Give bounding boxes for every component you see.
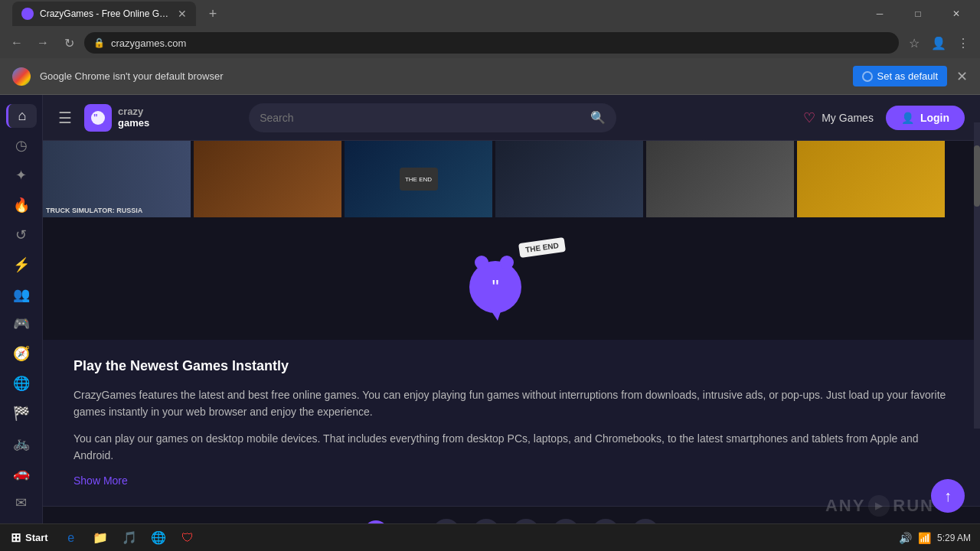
notification-bar: Google Chrome isn't your default browser…: [0, 58, 980, 95]
toolbar-actions: ☆ 👤 ⋮: [903, 32, 974, 54]
mascot-tail: [488, 307, 502, 321]
menu-icon[interactable]: ⋮: [952, 32, 974, 54]
search-icon: 🔍: [590, 110, 606, 125]
sidebar-item-mail[interactable]: ✉: [6, 491, 37, 514]
taskbar-folder-icon[interactable]: 📁: [87, 526, 114, 550]
game-thumb-2[interactable]: [194, 141, 341, 217]
mascot-ear-left: [475, 256, 488, 269]
refresh-button[interactable]: ↻: [58, 32, 80, 54]
browser-toolbar: ← → ↻ 🔒 crazygames.com ☆ 👤 ⋮: [0, 28, 980, 58]
games-row: TRUCK SIMULATOR: RUSSIA THE END: [43, 141, 980, 217]
my-games-button[interactable]: ♡ My Games: [803, 109, 874, 126]
sidebar-item-bike[interactable]: 🚲: [6, 431, 37, 455]
header-right: ♡ My Games 👤 Login: [803, 106, 965, 130]
main-content: ☰ " crazy games 🔍 ♡: [43, 95, 980, 523]
sidebar-item-random[interactable]: ⚡: [6, 253, 37, 276]
taskbar-chrome-icon[interactable]: 🌐: [145, 526, 172, 550]
watermark-text-run: RUN: [893, 496, 934, 516]
notification-text: Google Chrome isn't your default browser: [40, 70, 844, 82]
user-icon: 👤: [901, 112, 914, 124]
new-tab-button[interactable]: +: [202, 3, 224, 24]
mascot-quote-icon: ": [492, 276, 498, 299]
site-logo[interactable]: " crazy games: [84, 104, 149, 132]
sidebar: ⌂ ◷ ✦ 🔥 ↺ ⚡ 👥 🎮 🧭 🌐 🏁 🚲 🚗 ✉: [0, 95, 43, 523]
back-to-top-button[interactable]: ↑: [931, 479, 965, 513]
mascot-body: ": [469, 261, 521, 313]
address-bar[interactable]: 🔒 crazygames.com: [84, 32, 899, 54]
site-header: ☰ " crazy games 🔍 ♡: [43, 95, 980, 141]
info-section: Play the Newest Games Instantly CrazyGam…: [43, 340, 980, 506]
tab-favicon: [21, 8, 34, 20]
back-button[interactable]: ←: [6, 32, 28, 54]
scroll-thumb[interactable]: [974, 145, 980, 207]
sidebar-item-car[interactable]: 🚗: [6, 461, 37, 484]
watermark-text-any: ANY: [825, 496, 865, 516]
sidebar-item-hot[interactable]: 🔥: [6, 194, 37, 217]
watermark: ANY ▶ RUN: [825, 495, 934, 517]
browser-titlebar: CrazyGames - Free Online Games o... ✕ + …: [0, 0, 980, 28]
set-default-icon: [862, 71, 873, 82]
mascot-speech-bubble: THE END: [518, 237, 566, 258]
close-button[interactable]: ✕: [939, 3, 974, 24]
app-layout: ⌂ ◷ ✦ 🔥 ↺ ⚡ 👥 🎮 🧭 🌐 🏁 🚲 🚗 ✉ ☰ ": [0, 95, 980, 523]
mascot-ear-right: [500, 256, 514, 269]
logo-svg: ": [90, 109, 106, 126]
taskbar-media-icon[interactable]: 🎵: [116, 526, 143, 550]
game-thumb-6[interactable]: [797, 141, 945, 217]
logo-icon: ": [84, 104, 112, 132]
tab-title: CrazyGames - Free Online Games o...: [40, 8, 172, 19]
hamburger-menu-icon[interactable]: ☰: [58, 109, 72, 127]
game-thumb-1[interactable]: TRUCK SIMULATOR: RUSSIA: [43, 141, 191, 217]
mascot-container: THE END ": [458, 240, 565, 324]
sidebar-item-racing[interactable]: 🏁: [6, 402, 37, 425]
forward-button[interactable]: →: [32, 32, 54, 54]
watermark-play-icon: ▶: [868, 495, 890, 517]
taskbar-right: 🔊 📶 5:29 AM: [899, 532, 977, 544]
sidebar-item-categories[interactable]: 🎮: [6, 312, 37, 336]
sidebar-item-multiplayer[interactable]: 👥: [6, 282, 37, 306]
logo-text: crazy games: [118, 106, 149, 129]
sidebar-item-home[interactable]: ⌂: [6, 104, 37, 128]
maximize-button[interactable]: □: [900, 3, 936, 24]
search-bar[interactable]: 🔍: [249, 103, 616, 132]
start-button[interactable]: ⊞ Start: [3, 527, 56, 548]
browser-tab[interactable]: CrazyGames - Free Online Games o... ✕: [12, 2, 196, 26]
game-thumb-3[interactable]: THE END: [345, 141, 492, 217]
show-more-link[interactable]: Show More: [74, 474, 128, 487]
heart-icon: ♡: [803, 109, 815, 126]
sidebar-item-recent[interactable]: ◷: [6, 134, 37, 158]
login-button[interactable]: 👤 Login: [886, 106, 965, 130]
tab-close-icon[interactable]: ✕: [178, 8, 187, 20]
game-thumb-4[interactable]: [495, 141, 643, 217]
svg-text:": ": [93, 112, 98, 123]
sidebar-item-new[interactable]: ✦: [6, 164, 37, 187]
search-input[interactable]: [260, 112, 583, 124]
minimize-button[interactable]: ─: [862, 3, 897, 24]
my-games-label: My Games: [822, 112, 874, 124]
time-display: 5:29 AM: [937, 533, 971, 543]
url-text: crazygames.com: [111, 37, 186, 49]
sidebar-item-io[interactable]: 🌐: [6, 372, 37, 396]
sidebar-item-explore[interactable]: 🧭: [6, 342, 37, 366]
sidebar-item-updated[interactable]: ↺: [6, 223, 37, 246]
game-thumb-5[interactable]: [646, 141, 794, 217]
content-area: TRUCK SIMULATOR: RUSSIA THE END: [43, 141, 980, 523]
bookmark-icon[interactable]: ☆: [903, 32, 925, 54]
info-paragraph-2: You can play our games on desktop mobile…: [74, 430, 949, 465]
lock-icon: 🔒: [93, 37, 105, 48]
notification-close-icon[interactable]: ✕: [956, 68, 968, 85]
chrome-icon: [12, 67, 31, 86]
mascot-area: THE END ": [43, 217, 980, 340]
account-icon[interactable]: 👤: [928, 32, 949, 54]
set-default-button[interactable]: Set as default: [853, 66, 948, 86]
network-icon[interactable]: 📶: [918, 532, 931, 544]
window-controls: ─ □ ✕: [862, 3, 974, 24]
info-paragraph-1: CrazyGames features the latest and best …: [74, 386, 949, 421]
taskbar-app-icon[interactable]: 🛡: [174, 526, 201, 550]
volume-icon[interactable]: 🔊: [899, 532, 912, 544]
info-title: Play the Newest Games Instantly: [74, 358, 949, 374]
windows-icon: ⊞: [11, 530, 21, 545]
taskbar-ie-icon[interactable]: e: [57, 526, 85, 550]
scroll-track[interactable]: [974, 122, 980, 429]
taskbar: ⊞ Start e 📁 🎵 🌐 🛡 🔊 📶 5:29 AM: [0, 523, 980, 551]
